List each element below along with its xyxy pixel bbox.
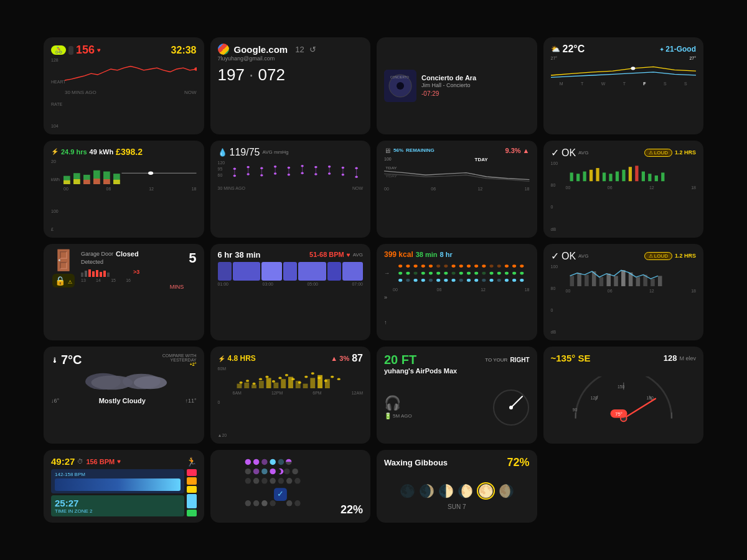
svg-point-82 <box>452 264 456 268</box>
noise-env-hrs: 1.2 HRS <box>675 253 696 259</box>
bp-value: 119/75 <box>230 147 260 158</box>
svg-rect-64 <box>648 174 651 181</box>
compass-dir: ~135° SE <box>551 353 591 363</box>
activity-widget: 399 kcal 38 min 8 hr →»↑ <box>377 244 537 341</box>
svg-rect-19 <box>113 180 120 184</box>
svg-point-190 <box>261 459 267 465</box>
svg-point-103 <box>482 271 486 274</box>
svg-point-208 <box>245 500 250 506</box>
energy-kwh: 49 kWh <box>90 148 114 156</box>
music-title: Concierto de Ara <box>421 74 530 82</box>
energy-icon: ⚡ <box>51 148 59 155</box>
svg-point-195 <box>261 469 267 474</box>
svg-text:150: 150 <box>618 385 625 389</box>
svg-point-117 <box>459 279 463 282</box>
svg-point-119 <box>474 279 478 282</box>
svg-rect-170 <box>317 375 322 388</box>
svg-point-157 <box>331 376 334 378</box>
svg-line-173 <box>511 396 522 408</box>
svg-rect-62 <box>635 166 638 181</box>
garage-door-icon: 🚪 <box>51 250 76 270</box>
weather-widget: ⛅ 22°C ✦ 21-Good 27°27° MTWTFSS <box>543 37 704 134</box>
svg-point-189 <box>253 459 258 465</box>
svg-point-89 <box>505 264 509 268</box>
moon-widget: Waxing Gibbous 72% 🌑 🌒 🌓 🌔 🌕 🌖 SUN 7 <box>377 450 537 523</box>
svg-rect-58 <box>609 174 612 181</box>
precip-temp: 7°C <box>61 353 82 367</box>
svg-point-150 <box>284 374 288 376</box>
svg-point-110 <box>406 279 410 282</box>
battery-change: 9.3% ▲ <box>505 147 529 154</box>
moon-pct: 72% <box>507 456 529 469</box>
svg-point-203 <box>278 478 283 483</box>
sleep-widget: 6 hr 38 min 51-68 BPM ♥ AVG 01:0003:0005… <box>210 244 371 341</box>
svg-point-212 <box>286 500 291 506</box>
svg-rect-68 <box>85 271 87 277</box>
svg-rect-56 <box>596 168 599 181</box>
svg-line-184 <box>623 398 655 418</box>
hr-label-rate: RATE <box>51 102 63 106</box>
svg-rect-131 <box>606 273 611 286</box>
loud-env-badge: ⚠ LOUD <box>644 252 672 260</box>
svg-rect-160 <box>244 383 249 388</box>
garage-widget: 🚪 🔒 ⚠ Garage Door Closed Detected <box>44 244 204 341</box>
ok-badge: ✓ OK <box>551 147 576 159</box>
svg-rect-17 <box>93 179 100 184</box>
svg-text:CONCIERTO: CONCIERTO <box>390 75 409 79</box>
bike-icon: 🚴 <box>51 45 66 55</box>
hrv-icon: ⚡ <box>218 355 225 362</box>
sleep-min: 38 min <box>235 250 260 259</box>
moon-phase-3: 🌓 <box>438 483 454 498</box>
garage-lock-icon: 🔒 ⚠ <box>52 274 75 287</box>
garage-status: Closed <box>116 250 139 258</box>
google-widget: Google.com 12 ↺ 7luyuhang@gmail.com 197 … <box>210 37 371 134</box>
airpods-dir-pre: TO YOUR <box>485 357 507 363</box>
svg-point-84 <box>467 264 471 268</box>
svg-rect-138 <box>657 276 662 286</box>
bp-drop-icon: 💧 <box>218 148 227 157</box>
browser-numbers: 197 · 072 <box>218 65 364 85</box>
hr-time-start: 30 MINS AGO <box>65 90 96 95</box>
svg-point-115 <box>444 279 448 282</box>
svg-point-209 <box>253 500 258 506</box>
svg-point-188 <box>245 459 250 465</box>
svg-rect-169 <box>310 378 315 389</box>
airpods-dist: 20 FT <box>384 353 416 367</box>
zone-label: TIME IN ZONE 2 <box>55 508 181 514</box>
svg-point-93 <box>406 271 410 274</box>
svg-point-213 <box>294 500 300 506</box>
bp-unit: AVG mmHg <box>262 149 288 155</box>
svg-rect-161 <box>251 385 256 389</box>
svg-rect-71 <box>96 270 98 277</box>
svg-point-123 <box>505 279 509 282</box>
svg-point-201 <box>261 478 267 483</box>
svg-point-124 <box>512 279 516 282</box>
compass-unit: M elev <box>679 355 696 362</box>
airpods-time: 5M AGO <box>393 413 412 419</box>
svg-rect-164 <box>273 383 278 388</box>
svg-point-83 <box>459 264 463 268</box>
svg-point-86 <box>482 264 486 268</box>
bp-widget: 💧 119/75 AVG mmHg 1209560 <box>210 141 371 238</box>
garage-mins: MINS <box>81 284 184 290</box>
svg-rect-132 <box>614 276 618 286</box>
svg-point-96 <box>429 271 433 274</box>
svg-rect-72 <box>100 272 102 277</box>
svg-point-197 <box>284 469 289 474</box>
svg-point-90 <box>512 264 516 268</box>
kcal-val: 399 kcal <box>384 250 413 259</box>
svg-point-81 <box>444 264 448 268</box>
workout-time2: 25:27 <box>55 498 181 508</box>
airpods-battery-icon: 🔋 <box>384 413 392 419</box>
svg-rect-133 <box>621 270 626 286</box>
airpods-headphone-icon: 🎧 <box>384 395 412 411</box>
svg-point-80 <box>436 264 440 268</box>
mostly-cloudy: Mostly Cloudy <box>99 397 146 404</box>
svg-rect-61 <box>628 167 631 181</box>
svg-point-108 <box>520 271 524 274</box>
svg-point-92 <box>398 271 402 274</box>
svg-point-146 <box>258 378 261 381</box>
bpm-range: 142-158 BPM <box>55 472 181 477</box>
battery-device-icon: 🖥 <box>384 147 391 154</box>
svg-point-3 <box>397 82 404 90</box>
